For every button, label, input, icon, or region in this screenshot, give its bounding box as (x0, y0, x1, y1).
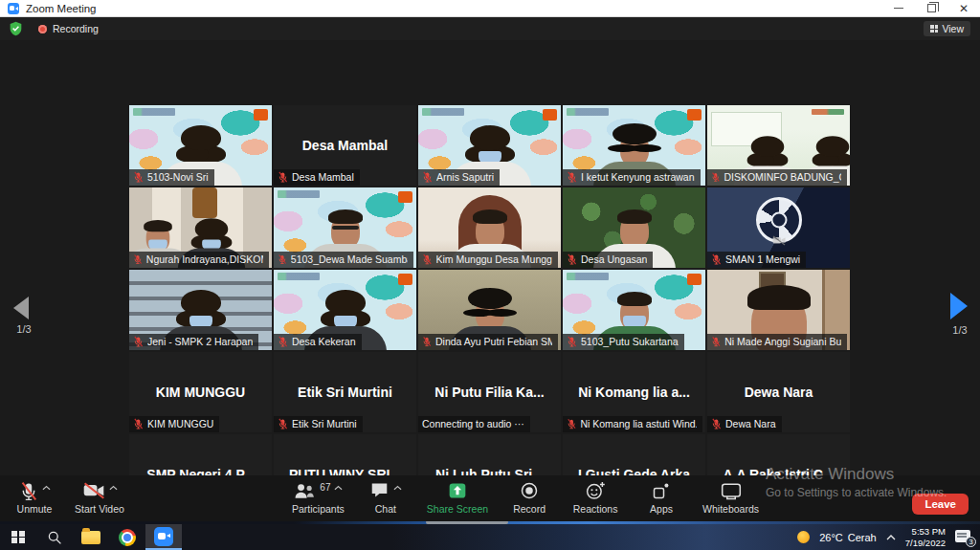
video-off-icon (772, 232, 786, 250)
video-tile[interactable]: KIM MUNGGU KIM MUNGGU (129, 352, 272, 432)
participant-name-label: 5103_Dewa Made Suambara (291, 253, 408, 265)
participant-name-label: Ni Made Anggi Sugiani Bu... (724, 336, 841, 347)
maximize-icon (927, 4, 936, 12)
participant-name-label: Desa Kekeran (292, 336, 356, 347)
whiteboards-button[interactable]: Whiteboards (702, 475, 759, 515)
chevron-up-icon[interactable] (334, 485, 343, 491)
page-indicator-left: 1/3 (12, 323, 35, 335)
participant-name-chip: 5103_Putu Sukartana (563, 334, 684, 350)
participant-name-label: 5103-Novi Sri (147, 171, 209, 183)
search-icon (47, 530, 62, 545)
encryption-shield-icon[interactable] (9, 21, 23, 36)
participant-name-chip: 5103-Novi Sri (129, 169, 214, 186)
share-screen-label: Share Screen (427, 503, 488, 515)
participant-grid: 5103-Novi Sri Desa Mambal Desa Mambal Ar… (129, 105, 850, 515)
video-tile[interactable]: 5103_Putu Sukartana (563, 270, 705, 350)
start-button[interactable] (0, 524, 36, 550)
unmute-label: Unmute (17, 503, 53, 515)
weather-widget[interactable]: 26°C Cerah (819, 532, 877, 543)
mic-off-icon (133, 336, 144, 347)
mic-off-icon (278, 418, 288, 429)
participant-name-label: DISKOMINFO BADUNG_Gu... (724, 171, 841, 183)
clock-date: 7/19/2022 (905, 538, 946, 549)
participant-name-chip: 5103_Dewa Made Suambara (274, 252, 413, 268)
participant-name-label: Kim Munggu Desa Munggu (436, 253, 553, 265)
video-tile[interactable]: Ni Made Anggi Sugiani Bu... (707, 270, 850, 350)
recording-indicator[interactable]: Recording (38, 23, 99, 34)
chevron-up-icon[interactable] (42, 485, 51, 491)
file-explorer-button[interactable] (73, 524, 109, 550)
previous-page-arrow[interactable] (13, 297, 29, 319)
video-tile[interactable]: Jeni - SMPK 2 Harapan (129, 270, 272, 350)
mic-off-icon (278, 253, 287, 265)
page-indicator-right: 1/3 (948, 324, 971, 336)
participant-name-chip: Dinda Ayu Putri Febian SM... (418, 334, 558, 350)
participant-name-chip: Kim Munggu Desa Munggu (418, 252, 558, 268)
window-title: Zoom Meeting (26, 3, 97, 14)
record-icon (520, 481, 539, 500)
close-button[interactable]: ✕ (947, 0, 980, 16)
participant-name-chip: Ni Made Anggi Sugiani Bu... (707, 334, 847, 350)
video-tile[interactable]: Kim Munggu Desa Munggu (418, 187, 561, 268)
video-tile[interactable]: 5103-Novi Sri (129, 105, 272, 186)
video-tile[interactable]: SMAN 1 Mengwi (707, 187, 850, 268)
tray-chevron-up-icon[interactable] (886, 534, 896, 540)
video-tile[interactable]: 5103_Dewa Made Suambara (274, 187, 416, 268)
next-page-arrow[interactable] (950, 293, 968, 319)
mic-off-icon (133, 253, 143, 265)
video-tile[interactable]: Ni Putu Filia Ka... Connecting to audio … (418, 352, 561, 432)
taskbar-clock[interactable]: 5:53 PM 7/19/2022 (905, 526, 946, 549)
maximize-button[interactable] (915, 0, 947, 16)
chevron-up-icon[interactable] (109, 485, 118, 491)
share-screen-button[interactable]: Share Screen (427, 475, 488, 515)
meeting-toolbar: Unmute Start Video (0, 475, 980, 521)
reactions-icon (586, 481, 606, 500)
notification-center-button[interactable]: 3 (955, 530, 972, 544)
unmute-button[interactable]: Unmute (10, 475, 59, 515)
minimize-button[interactable] (882, 0, 915, 16)
participant-name-chip: KIM MUNGGU (129, 416, 219, 432)
video-tile[interactable]: Ni Komang lia a... Ni Komang lia astuti … (563, 352, 705, 432)
video-off-icon (82, 481, 105, 500)
leave-button[interactable]: Leave (912, 494, 969, 515)
video-tile[interactable]: Ngurah Indrayana,DISKOM... (129, 187, 272, 268)
chat-icon (369, 481, 390, 499)
record-button[interactable]: Record (504, 475, 554, 515)
participants-button[interactable]: 67 Participants (292, 475, 345, 515)
start-video-button[interactable]: Start Video (75, 475, 124, 515)
view-button[interactable]: View (924, 21, 970, 36)
video-tile[interactable]: Desa Kekeran (274, 270, 416, 350)
participants-count: 67 (320, 482, 330, 493)
participant-name-chip: Arnis Saputri (418, 169, 500, 186)
meeting-header: Recording View (0, 17, 980, 40)
mic-off-icon (567, 253, 577, 265)
reactions-button[interactable]: Reactions (570, 475, 620, 515)
chrome-button[interactable] (109, 524, 145, 550)
video-tile[interactable]: Desa Mambal Desa Mambal (274, 105, 416, 186)
video-tile[interactable]: Dinda Ayu Putri Febian SM... (418, 270, 561, 350)
mic-off-icon (711, 171, 720, 183)
participant-name-label: Jeni - SMPK 2 Harapan (147, 336, 253, 347)
video-tile[interactable]: Arnis Saputri (418, 105, 561, 186)
video-tile[interactable]: I ketut Kenyung astrawan (563, 105, 705, 186)
search-button[interactable] (36, 524, 73, 550)
chat-button[interactable]: Chat (361, 475, 411, 515)
mic-off-icon (422, 171, 433, 183)
view-label: View (942, 23, 964, 34)
zoom-taskbar-button[interactable] (145, 524, 182, 550)
chevron-up-icon[interactable] (393, 485, 402, 491)
video-tile[interactable]: Desa Ungasan (563, 187, 705, 268)
participant-name-label: Ni Komang lia astuti Wind... (580, 418, 697, 429)
participant-name-chip: Desa Mambal (274, 169, 360, 186)
video-tile[interactable]: Dewa Nara Dewa Nara (707, 352, 850, 432)
video-tile[interactable]: DISKOMINFO BADUNG_Gu... (707, 105, 850, 186)
apps-button[interactable]: Apps (636, 475, 686, 515)
mic-off-icon (422, 336, 432, 347)
participant-name-label: Desa Ungasan (581, 253, 647, 265)
participant-name-label: I ketut Kenyung astrawan (581, 171, 695, 183)
participant-name-label: Dinda Ayu Putri Febian SM... (435, 336, 552, 347)
participant-name-chip: Desa Kekeran (274, 334, 362, 350)
mic-off-icon (711, 418, 722, 429)
video-tile[interactable]: Etik Sri Murtini Etik Sri Murtini (274, 352, 416, 432)
participant-name-chip: Dewa Nara (707, 416, 782, 432)
